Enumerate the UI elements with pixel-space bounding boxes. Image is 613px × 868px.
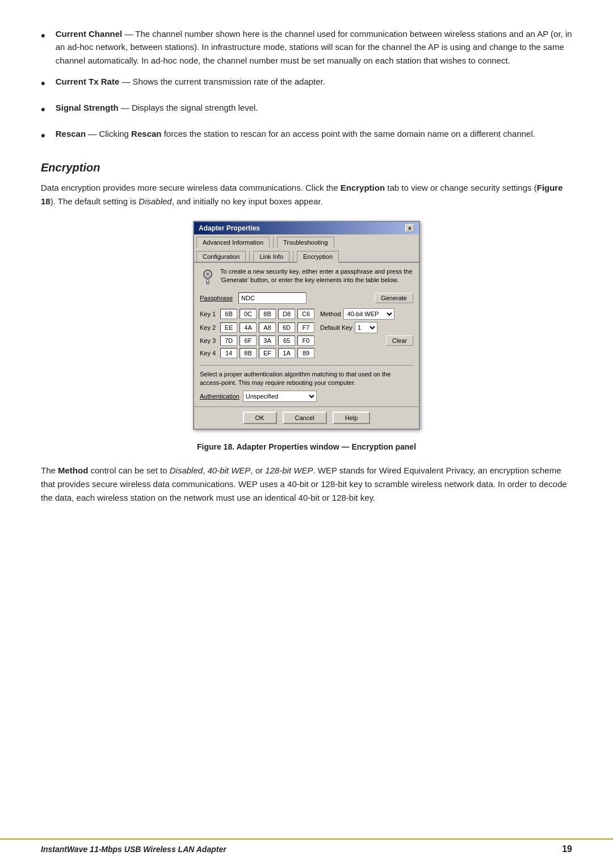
ok-button[interactable]: OK bbox=[243, 412, 277, 424]
generate-button[interactable]: Generate bbox=[375, 293, 413, 303]
default-key-label: Default Key bbox=[320, 324, 352, 331]
key4-field3[interactable] bbox=[259, 348, 276, 358]
passphrase-input[interactable] bbox=[238, 292, 306, 304]
bullet-item-signal-strength: • Signal Strength — Displays the signal … bbox=[41, 101, 572, 119]
tab-encryption[interactable]: Encryption bbox=[297, 251, 339, 263]
key1-field1[interactable] bbox=[220, 309, 237, 319]
tab-divider2 bbox=[249, 251, 250, 262]
key4-label: Key 4 bbox=[200, 350, 218, 357]
tab-link-info[interactable]: Link Info bbox=[253, 251, 289, 262]
tab-divider3 bbox=[293, 251, 293, 262]
key3-label: Key 3 bbox=[200, 337, 218, 344]
key3-field3[interactable] bbox=[259, 336, 276, 346]
key-row-4: Key 4 bbox=[200, 348, 413, 358]
intro-paragraph: Data encryption provides more secure wir… bbox=[41, 181, 572, 208]
bullet-bold-signal-strength: Signal Strength bbox=[56, 103, 119, 112]
dialog-body: To create a new security key, either ent… bbox=[194, 263, 419, 406]
auth-select[interactable]: Unspecified Open System Shared Key bbox=[243, 391, 317, 402]
auth-label: Authentication bbox=[200, 393, 240, 400]
bullet-dot: • bbox=[41, 26, 45, 45]
key2-field5[interactable] bbox=[297, 322, 314, 333]
passphrase-row: Passphrase Generate bbox=[200, 292, 413, 304]
bullet-dot: • bbox=[41, 100, 45, 119]
key3-field4[interactable] bbox=[278, 336, 295, 346]
key-row-2: Key 2 Default Key 1234 bbox=[200, 322, 413, 333]
default-key-select[interactable]: 1234 bbox=[355, 322, 377, 333]
dialog-close-button[interactable]: × bbox=[405, 224, 414, 232]
body-bold-method: Method bbox=[58, 466, 88, 475]
tab-troubleshooting[interactable]: Troubleshooting bbox=[277, 237, 334, 248]
key-lock-icon bbox=[200, 269, 216, 287]
key1-field4[interactable] bbox=[278, 309, 295, 319]
page-footer: InstantWave 11-Mbps USB Wireless LAN Ada… bbox=[0, 838, 613, 854]
body-italic-disabled: Disabled bbox=[170, 466, 203, 475]
bullet-text-rescan: Rescan — Clicking Rescan forces the stat… bbox=[56, 127, 572, 140]
passphrase-label: Passphrase bbox=[200, 295, 235, 301]
dialog-titlebar: Adapter Properties × bbox=[194, 222, 419, 234]
bullet-item-current-channel: • Current Channel — The channel number s… bbox=[41, 27, 572, 67]
bullet-dot: • bbox=[41, 126, 45, 145]
dialog-footer: OK Cancel Help bbox=[194, 406, 419, 429]
bullet-bold-rescan2: Rescan bbox=[131, 129, 161, 139]
dialog-info-text: To create a new security key, either ent… bbox=[220, 267, 413, 285]
tab-configuration[interactable]: Configuration bbox=[196, 251, 246, 262]
key1-label: Key 1 bbox=[200, 311, 218, 317]
key3-field5[interactable] bbox=[297, 336, 314, 346]
bullet-bold-current-channel: Current Channel bbox=[56, 29, 123, 39]
bullet-dot: • bbox=[41, 74, 45, 93]
key1-field2[interactable] bbox=[240, 309, 257, 319]
key3-field2[interactable] bbox=[240, 336, 257, 346]
key4-field4[interactable] bbox=[278, 348, 295, 358]
dialog-tab-row-top: Advanced Information Troubleshooting bbox=[196, 237, 334, 248]
intro-bold-encryption: Encryption bbox=[341, 183, 385, 192]
bullet-item-rescan: • Rescan — Clicking Rescan forces the st… bbox=[41, 127, 572, 145]
bullet-list: • Current Channel — The channel number s… bbox=[41, 27, 572, 145]
body-paragraph: The Method control can be set to Disable… bbox=[41, 464, 572, 505]
footer-page-number: 19 bbox=[562, 844, 572, 854]
auth-info-text: Select a proper authentication algorithm… bbox=[200, 370, 413, 387]
auth-section: Select a proper authentication algorithm… bbox=[200, 365, 413, 402]
auth-row: Authentication Unspecified Open System S… bbox=[200, 391, 413, 402]
help-button[interactable]: Help bbox=[333, 412, 371, 424]
dialog-info-row: To create a new security key, either ent… bbox=[200, 267, 413, 287]
key-row-3: Key 3 Clear bbox=[200, 336, 413, 346]
key1-field5[interactable] bbox=[297, 309, 314, 319]
key2-label: Key 2 bbox=[200, 324, 218, 331]
intro-italic-disabled: Disabled bbox=[138, 196, 171, 206]
key4-field1[interactable] bbox=[220, 348, 237, 358]
bullet-text-tx-rate: Current Tx Rate — Shows the current tran… bbox=[56, 75, 572, 88]
key-row-1: Key 1 Method 40-bit WEP Disabled 128-bit… bbox=[200, 308, 413, 320]
cancel-button[interactable]: Cancel bbox=[283, 412, 327, 424]
key2-field2[interactable] bbox=[240, 322, 257, 333]
key4-field2[interactable] bbox=[240, 348, 257, 358]
dialog-tabs: Advanced Information Troubleshooting Con… bbox=[194, 234, 419, 263]
dialog-tab-row-bottom: Configuration Link Info Encryption bbox=[196, 251, 339, 262]
key2-field3[interactable] bbox=[259, 322, 276, 333]
svg-point-3 bbox=[206, 272, 209, 276]
footer-product-name: InstantWave 11-Mbps USB Wireless LAN Ada… bbox=[41, 845, 226, 854]
key2-field1[interactable] bbox=[220, 322, 237, 333]
method-label: Method bbox=[320, 311, 341, 317]
key4-field5[interactable] bbox=[297, 348, 314, 358]
body-italic-128bit: 128-bit WEP bbox=[265, 466, 313, 475]
dialog-wrap: Adapter Properties × Advanced Informatio… bbox=[41, 221, 572, 430]
key3-field1[interactable] bbox=[220, 336, 237, 346]
tab-advanced-information[interactable]: Advanced Information bbox=[196, 237, 270, 248]
bullet-bold-tx-rate: Current Tx Rate bbox=[56, 77, 120, 86]
method-select[interactable]: 40-bit WEP Disabled 128-bit WEP bbox=[343, 308, 394, 320]
key-section: Key 1 Method 40-bit WEP Disabled 128-bit… bbox=[200, 308, 413, 358]
clear-button[interactable]: Clear bbox=[386, 336, 413, 346]
bullet-text-signal-strength: Signal Strength — Displays the signal st… bbox=[56, 101, 572, 114]
bullet-bold-rescan: Rescan bbox=[56, 129, 86, 139]
adapter-properties-dialog: Adapter Properties × Advanced Informatio… bbox=[193, 221, 420, 430]
key2-field4[interactable] bbox=[278, 322, 295, 333]
bullet-text-current-channel: Current Channel — The channel number sho… bbox=[56, 27, 572, 67]
tab-divider bbox=[273, 237, 274, 248]
figure-caption: Figure 18. Adapter Properties window — E… bbox=[41, 442, 572, 451]
bullet-item-tx-rate: • Current Tx Rate — Shows the current tr… bbox=[41, 75, 572, 93]
body-italic-40bit: 40-bit WEP bbox=[207, 466, 250, 475]
section-heading: Encryption bbox=[41, 161, 572, 174]
key1-field3[interactable] bbox=[259, 309, 276, 319]
dialog-title: Adapter Properties bbox=[199, 224, 260, 232]
